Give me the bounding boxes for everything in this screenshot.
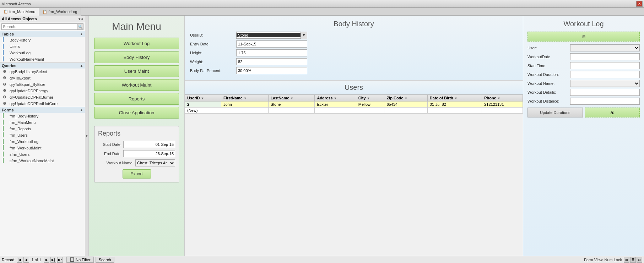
sidebar-collapse-icon[interactable]: « bbox=[81, 17, 83, 21]
users-maint-button[interactable]: Users Maint bbox=[94, 65, 179, 77]
sidebar-collapse-handle[interactable]: ▶ bbox=[85, 16, 89, 256]
col-userid[interactable]: UserID ▼ bbox=[185, 95, 221, 102]
col-dob[interactable]: Date of Birth ▼ bbox=[427, 95, 482, 102]
wl-starttime-label: Start Time: bbox=[527, 64, 570, 68]
weight-input[interactable] bbox=[236, 58, 307, 65]
nav-new-button[interactable]: ▶* bbox=[57, 257, 63, 263]
filter-button[interactable]: 🔲 No Filter bbox=[66, 257, 94, 263]
sidebar-item-qryupdateddpfatburner[interactable]: ⚙ qryUpdateDDPFatBurner bbox=[0, 94, 85, 100]
wl-starttime-input[interactable] bbox=[570, 62, 640, 69]
workout-maint-button[interactable]: Workout Maint bbox=[94, 79, 179, 91]
tab-workout-log[interactable]: 📋 frm_WorkoutLog bbox=[39, 8, 81, 16]
wl-distance-label: Workout Distance: bbox=[527, 99, 570, 103]
body-history-button[interactable]: Body History bbox=[94, 51, 179, 63]
start-date-input[interactable] bbox=[123, 141, 175, 148]
nav-prev-button[interactable]: ◀ bbox=[23, 257, 29, 263]
body-fat-label: Body Fat Percent: bbox=[190, 69, 236, 73]
reports-button[interactable]: Reports bbox=[94, 93, 179, 105]
body-fat-input[interactable] bbox=[236, 67, 307, 74]
col-phone[interactable]: Phone ▼ bbox=[482, 95, 523, 102]
cell-new-7 bbox=[427, 108, 482, 114]
status-icon-1[interactable]: ⊞ bbox=[624, 257, 629, 263]
sidebar-item-qrytoexport-byexer[interactable]: ⚙ qryToExport_ByExer bbox=[0, 81, 85, 88]
close-window-button[interactable]: ✕ bbox=[636, 1, 643, 7]
nav-last-button[interactable]: ▶| bbox=[50, 257, 56, 263]
close-application-button[interactable]: Close Application bbox=[94, 107, 179, 119]
sidebar: All Access Objects ▾ « 🔍 Tables ▲ BodyHi… bbox=[0, 16, 85, 256]
col-zipcode[interactable]: Zip Code ▼ bbox=[384, 95, 427, 102]
wl-workoutname-select[interactable] bbox=[570, 80, 640, 87]
main-menu-title: Main Menu bbox=[94, 21, 179, 32]
sidebar-item-frmbodyhistory[interactable]: frm_BodyHistory bbox=[0, 113, 85, 119]
search-status-button[interactable]: Search bbox=[96, 257, 114, 263]
form-icon bbox=[3, 114, 8, 119]
body-history-section: Body History UserID: Stone ▼ Entry Date:… bbox=[185, 16, 523, 81]
sidebar-item-sfrmusers[interactable]: sfrm_Users bbox=[0, 151, 85, 158]
sidebar-section-tables: Tables ▲ BodyHistory Users WorkoutLog bbox=[0, 31, 85, 63]
sidebar-item-sfrmworkoutnamemaint[interactable]: sfrm_WorkoutNameMaint bbox=[0, 158, 85, 164]
col-lastname[interactable]: LastName ▼ bbox=[268, 95, 315, 102]
workout-name-label: Workout Name: bbox=[98, 161, 134, 165]
users-section: Users UserID ▼ FirstName ▼ bbox=[185, 81, 523, 256]
nav-next-button[interactable]: ▶ bbox=[44, 257, 49, 263]
collapse-queries-icon: ▲ bbox=[80, 64, 83, 67]
sidebar-forms-header[interactable]: Forms ▲ bbox=[0, 107, 85, 113]
sidebar-search-input[interactable] bbox=[1, 23, 77, 30]
title-bar-title: Microsoft Access bbox=[1, 2, 636, 6]
workout-nav-button[interactable]: ⊞ bbox=[527, 32, 640, 42]
sidebar-item-qrytoexport[interactable]: ⚙ qryToExport bbox=[0, 75, 85, 81]
sidebar-item-bodyhistory[interactable]: BodyHistory bbox=[0, 37, 85, 43]
num-lock-label: Num Lock bbox=[604, 258, 622, 262]
update-durations-button[interactable]: Update Durations bbox=[527, 108, 583, 117]
workout-name-select[interactable]: Chest, Triceps Ar bbox=[135, 159, 175, 166]
sidebar-item-frmreports[interactable]: frm_Reports bbox=[0, 126, 85, 132]
sidebar-search-button[interactable]: 🔍 bbox=[77, 23, 83, 30]
wl-workoutdate-input[interactable] bbox=[570, 53, 640, 60]
height-input[interactable] bbox=[236, 49, 307, 56]
export-button[interactable]: Export bbox=[123, 169, 151, 179]
sidebar-menu-icon[interactable]: ▾ bbox=[79, 17, 80, 21]
nav-first-button[interactable]: |◀ bbox=[17, 257, 22, 263]
print-icon: 🖨 bbox=[610, 110, 614, 115]
sidebar-item-frmusers[interactable]: frm_Users bbox=[0, 132, 85, 138]
tab-main-menu[interactable]: 📋 frm_MainMenu bbox=[0, 8, 39, 16]
status-icon-2[interactable]: ☰ bbox=[630, 257, 636, 263]
wl-user-select[interactable] bbox=[570, 44, 640, 51]
sidebar-item-users[interactable]: Users bbox=[0, 43, 85, 50]
wl-duration-input[interactable] bbox=[570, 71, 640, 78]
cell-phone: 212121131 bbox=[482, 102, 523, 108]
sidebar-item-workoutnamemaint[interactable]: WorkoutNameMaint bbox=[0, 56, 85, 62]
col-city[interactable]: City ▼ bbox=[356, 95, 384, 102]
status-icon-3[interactable]: ⊟ bbox=[637, 257, 642, 263]
sidebar-queries-header[interactable]: Queries ▲ bbox=[0, 63, 85, 69]
sidebar-item-frmmainmenu[interactable]: frm_MainMenu bbox=[0, 119, 85, 126]
end-date-input[interactable] bbox=[123, 150, 175, 157]
sidebar-item-frmworkoutmaint[interactable]: frm_WorkoutMaint bbox=[0, 145, 85, 151]
wl-details-input[interactable] bbox=[570, 89, 640, 96]
userid-dropdown-arrow-icon[interactable]: ▼ bbox=[301, 32, 307, 39]
query-icon: ⚙ bbox=[3, 76, 8, 81]
cell-userid: 2 bbox=[185, 102, 221, 108]
table-row[interactable]: 2 John Stone Ecxter Mellow 65434 01-Jul-… bbox=[185, 102, 523, 108]
table-row-new[interactable]: (New) bbox=[185, 108, 523, 114]
print-button[interactable]: 🖨 bbox=[585, 108, 640, 117]
sidebar-tables-header[interactable]: Tables ▲ bbox=[0, 31, 85, 37]
workout-log-button[interactable]: Workout Log bbox=[94, 38, 179, 49]
sidebar-item-qryupdateddpenergy[interactable]: ⚙ qryUpdateDDPEnergy bbox=[0, 88, 85, 94]
sidebar-item-frmworkoutlog[interactable]: frm_WorkoutLog bbox=[0, 138, 85, 145]
wl-user-label: User: bbox=[527, 46, 570, 50]
wl-distance-input[interactable]: 0 bbox=[570, 98, 640, 105]
col-firstname[interactable]: FirstName ▼ bbox=[221, 95, 268, 102]
form-icon bbox=[3, 120, 8, 125]
sidebar-item-workoutlog[interactable]: WorkoutLog bbox=[0, 50, 85, 56]
entry-date-input[interactable] bbox=[236, 40, 307, 48]
sidebar-item-qrybodyhistoryselect[interactable]: ⚙ qryBodyHistorySelect bbox=[0, 69, 85, 75]
form-icon bbox=[3, 158, 8, 163]
workout-log-title: Workout Log bbox=[527, 20, 640, 28]
users-table: UserID ▼ FirstName ▼ LastName ▼ bbox=[185, 94, 523, 114]
sidebar-item-qryupdateddpredhotcore[interactable]: ⚙ qryUpdateDDPRedHotCore bbox=[0, 100, 85, 107]
userid-dropdown[interactable]: Stone ▼ bbox=[236, 32, 307, 39]
entry-date-label: Entry Date: bbox=[190, 42, 236, 46]
nav-icon: ⊞ bbox=[582, 34, 585, 39]
col-address[interactable]: Address ▼ bbox=[315, 95, 356, 102]
